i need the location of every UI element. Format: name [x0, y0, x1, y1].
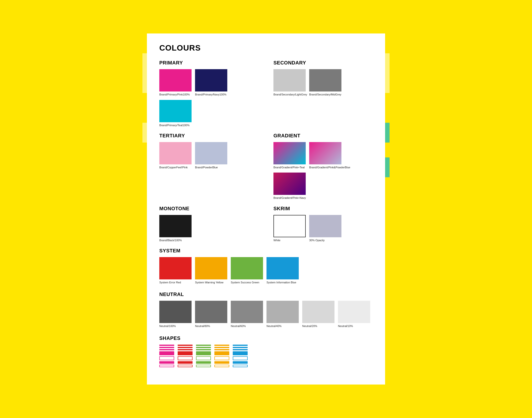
tertiary-label: TERTIARY: [159, 133, 259, 139]
shape-rect-green-fill2: [196, 361, 211, 364]
shape-stack-blue: [233, 345, 248, 367]
swatch-midgrey: Brand/Secondary/MidGrey: [309, 69, 341, 96]
swatch-pink100-box: [159, 69, 192, 91]
monotone-label: MONOTONE: [159, 206, 259, 211]
page-container: COLOURS PRIMARY Brand/Primary/Pink100% B…: [147, 33, 385, 384]
swatch-error-red-box: [159, 257, 192, 279]
swatch-powderblue-label: Brand/PowderBlue: [195, 166, 227, 169]
swatch-midgrey-label: Brand/Secondary/MidGrey: [309, 93, 341, 96]
shape-rect-blue-fill2: [233, 361, 248, 364]
swatch-gradient-pink-teal-label: Brand/Gradient/Pink+Teal: [273, 166, 306, 169]
swatch-black-box: [159, 215, 192, 237]
swatch-teal100-box: [159, 100, 192, 122]
monotone-section: MONOTONE Brand/Black/100%: [159, 206, 259, 242]
shape-line-yellow-3: [214, 349, 229, 350]
shape-line-red-1: [178, 345, 193, 346]
swatch-warning-yellow-label: System Warning Yellow: [195, 281, 227, 284]
skrim-section: SKRIM White 30% Opacity: [273, 206, 373, 242]
swatch-info-blue-box: [266, 257, 299, 279]
swatch-midgrey-box: [309, 69, 341, 91]
shape-line-red-3: [178, 349, 193, 350]
shape-line-yellow-2: [214, 347, 229, 348]
swatch-neutral-60-box: [231, 301, 263, 323]
shape-rect-red-fill2: [178, 361, 193, 364]
gradient-section: GRADIENT Brand/Gradient/Pink+Teal Brand/…: [273, 133, 373, 200]
shape-stack-pink: [159, 345, 174, 367]
swatch-neutral-20-label: Neutral/20%: [302, 324, 334, 328]
swatch-30opacity-label: 30% Opacity: [309, 239, 341, 242]
swatch-gradient-pink-navy-box: [273, 173, 306, 195]
shape-rect-pink-fill: [159, 351, 174, 355]
swatch-success-green-box: [231, 257, 263, 279]
swatch-white-box: [273, 215, 306, 237]
shape-line-yellow-1: [214, 345, 229, 346]
swatch-black-label: Brand/Black/100%: [159, 239, 192, 242]
gradient-label: GRADIENT: [273, 133, 373, 139]
swatch-gradient-pink-navy: Brand/Gradient/Pink+Navy: [273, 173, 306, 200]
swatch-success-green-label: System Success Green: [231, 281, 263, 284]
monotone-skrim-row: MONOTONE Brand/Black/100% SKRIM White 30…: [159, 206, 373, 242]
neutral-label: NEUTRAL: [159, 292, 373, 297]
swatch-error-red-label: System Error Red: [159, 281, 192, 284]
shape-rect-yellow-fill: [214, 351, 229, 355]
swatch-success-green: System Success Green: [231, 257, 263, 284]
shape-rect-red-outline: [178, 356, 193, 360]
swatch-navy100-label: Brand/Primary/Navy100%: [195, 93, 227, 96]
tertiary-swatches: Brand/CopperFeel!Pink Brand/PowderBlue: [159, 142, 259, 169]
side-tab-left: [142, 53, 147, 93]
shape-line-blue-1: [233, 345, 248, 346]
swatch-navy100: Brand/Primary/Navy100%: [195, 69, 227, 96]
swatch-neutral-40-box: [266, 301, 299, 323]
swatch-neutral-40-label: Neutral/40%: [266, 324, 299, 328]
side-tab-right: [385, 53, 390, 93]
swatch-pink100: Brand/Primary/Pink100%: [159, 69, 192, 96]
shape-rect-blue-fill: [233, 351, 248, 355]
swatch-neutral-10: Neutral/10%: [338, 301, 370, 328]
side-tab-right3: [385, 157, 390, 177]
swatch-gradient-pink-powderblue: Brand/Gradient/Pink&PowderBlue: [309, 142, 341, 169]
shape-rect-yellow-outline: [214, 356, 229, 360]
tertiary-gradient-row: TERTIARY Brand/CopperFeel!Pink Brand/Pow…: [159, 133, 373, 200]
shape-stack-red: [178, 345, 193, 367]
swatch-copperfeel-pink: Brand/CopperFeel!Pink: [159, 142, 192, 169]
swatch-neutral-60: Neutral/60%: [231, 301, 263, 328]
swatch-pink100-label: Brand/Primary/Pink100%: [159, 93, 192, 96]
shape-rect-green-outline: [196, 356, 211, 360]
swatch-gradient-pink-navy-label: Brand/Gradient/Pink+Navy: [273, 196, 306, 200]
skrim-swatches: White 30% Opacity: [273, 215, 373, 242]
swatch-gradient-pink-teal: Brand/Gradient/Pink+Teal: [273, 142, 306, 169]
neutral-swatches: Neutral/100% Neutral/80% Neutral/60% Neu…: [159, 301, 373, 328]
secondary-section: SECONDARY Brand/Secondary/LightGrey Bran…: [273, 60, 373, 127]
swatch-neutral-100-label: Neutral/100%: [159, 324, 192, 328]
swatch-warning-yellow: System Warning Yellow: [195, 257, 227, 284]
side-tab-right2: [385, 123, 390, 143]
shape-line-pink-3: [159, 349, 174, 350]
swatch-neutral-40: Neutral/40%: [266, 301, 299, 328]
primary-swatches: Brand/Primary/Pink100% Brand/Primary/Nav…: [159, 69, 259, 127]
swatch-black: Brand/Black/100%: [159, 215, 192, 242]
shape-line-pink-2: [159, 347, 174, 348]
shape-rect-green-outline2: [196, 365, 211, 367]
secondary-swatches: Brand/Secondary/LightGrey Brand/Secondar…: [273, 69, 373, 96]
swatch-info-blue: System Information Blue: [266, 257, 299, 284]
swatch-lightgrey-box: [273, 69, 306, 91]
shape-rect-yellow-outline2: [214, 365, 229, 367]
system-section: SYSTEM System Error Red System Warning Y…: [159, 248, 373, 284]
secondary-label: SECONDARY: [273, 60, 373, 66]
swatch-white: White: [273, 215, 306, 242]
swatch-neutral-60-label: Neutral/60%: [231, 324, 263, 328]
swatch-30opacity: 30% Opacity: [309, 215, 341, 242]
swatch-white-label: White: [273, 239, 306, 242]
swatch-neutral-80-box: [195, 301, 227, 323]
skrim-label: SKRIM: [273, 206, 373, 211]
shape-line-red-2: [178, 347, 193, 348]
shape-line-blue-2: [233, 347, 248, 348]
shape-line-green-1: [196, 345, 211, 346]
swatch-error-red: System Error Red: [159, 257, 192, 284]
primary-label: PRIMARY: [159, 60, 259, 66]
shapes-label: SHAPES: [159, 335, 373, 341]
swatch-lightgrey-label: Brand/Secondary/LightGrey: [273, 93, 306, 96]
swatch-neutral-100: Neutral/100%: [159, 301, 192, 328]
shape-rect-red-outline2: [178, 365, 193, 367]
swatch-neutral-10-box: [338, 301, 370, 323]
